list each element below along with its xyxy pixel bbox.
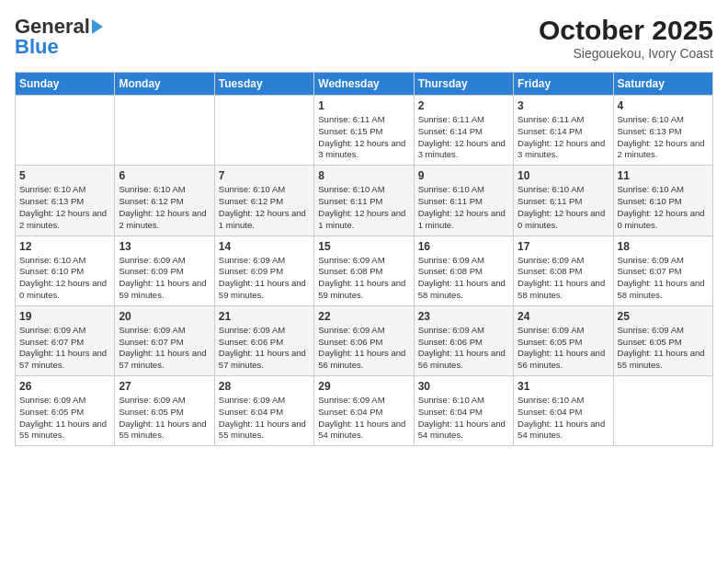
day-number: 9 [418,169,509,182]
calendar-cell: 8Sunrise: 6:10 AM Sunset: 6:11 PM Daylig… [314,166,414,236]
calendar-cell: 16Sunrise: 6:09 AM Sunset: 6:08 PM Dayli… [414,236,513,305]
day-info: Sunrise: 6:09 AM Sunset: 6:06 PM Dayligh… [418,325,509,372]
calendar-cell [613,376,712,446]
calendar-cell: 18Sunrise: 6:09 AM Sunset: 6:07 PM Dayli… [613,236,712,305]
day-number: 4 [618,99,709,112]
calendar-cell: 25Sunrise: 6:09 AM Sunset: 6:05 PM Dayli… [613,305,712,375]
day-number: 30 [418,380,509,393]
calendar-cell: 21Sunrise: 6:09 AM Sunset: 6:06 PM Dayli… [214,305,313,375]
day-info: Sunrise: 6:10 AM Sunset: 6:11 PM Dayligh… [418,184,509,231]
day-number: 26 [19,380,110,393]
calendar-cell: 3Sunrise: 6:11 AM Sunset: 6:14 PM Daylig… [514,96,613,166]
day-info: Sunrise: 6:10 AM Sunset: 6:13 PM Dayligh… [19,184,110,231]
calendar-cell: 2Sunrise: 6:11 AM Sunset: 6:14 PM Daylig… [414,96,513,166]
calendar-cell: 5Sunrise: 6:10 AM Sunset: 6:13 PM Daylig… [16,166,115,236]
day-number: 13 [119,240,210,253]
day-info: Sunrise: 6:09 AM Sunset: 6:07 PM Dayligh… [119,325,210,372]
day-info: Sunrise: 6:09 AM Sunset: 6:05 PM Dayligh… [19,395,110,442]
day-number: 27 [119,380,210,393]
calendar-cell: 14Sunrise: 6:09 AM Sunset: 6:09 PM Dayli… [214,236,313,305]
calendar-week-row: 1Sunrise: 6:11 AM Sunset: 6:15 PM Daylig… [16,96,713,166]
day-number: 2 [418,99,509,112]
day-number: 12 [19,240,110,253]
day-info: Sunrise: 6:10 AM Sunset: 6:13 PM Dayligh… [618,114,709,161]
calendar-title: October 2025 [539,15,713,46]
day-number: 11 [618,169,709,182]
day-info: Sunrise: 6:09 AM Sunset: 6:06 PM Dayligh… [318,325,409,372]
day-info: Sunrise: 6:10 AM Sunset: 6:10 PM Dayligh… [618,184,709,231]
day-number: 29 [318,380,409,393]
calendar-cell: 13Sunrise: 6:09 AM Sunset: 6:09 PM Dayli… [115,236,214,305]
day-info: Sunrise: 6:11 AM Sunset: 6:14 PM Dayligh… [518,114,609,161]
day-info: Sunrise: 6:09 AM Sunset: 6:06 PM Dayligh… [219,325,310,372]
calendar-cell: 28Sunrise: 6:09 AM Sunset: 6:04 PM Dayli… [214,376,313,446]
logo: General Blue [15,15,103,59]
calendar-cell: 26Sunrise: 6:09 AM Sunset: 6:05 PM Dayli… [16,376,115,446]
calendar-title-block: October 2025 Siegouekou, Ivory Coast [539,15,713,61]
weekday-header-thursday: Thursday [414,73,513,96]
day-info: Sunrise: 6:11 AM Sunset: 6:15 PM Dayligh… [318,114,409,161]
calendar-cell: 9Sunrise: 6:10 AM Sunset: 6:11 PM Daylig… [414,166,513,236]
day-info: Sunrise: 6:09 AM Sunset: 6:07 PM Dayligh… [19,325,110,372]
day-number: 17 [518,240,609,253]
day-info: Sunrise: 6:09 AM Sunset: 6:08 PM Dayligh… [418,255,509,302]
day-info: Sunrise: 6:09 AM Sunset: 6:08 PM Dayligh… [518,255,609,302]
weekday-header-sunday: Sunday [16,73,115,96]
calendar-cell [115,96,214,166]
day-number: 15 [318,240,409,253]
day-number: 19 [19,310,110,323]
day-number: 10 [518,169,609,182]
logo-blue: Blue [15,35,59,59]
day-info: Sunrise: 6:10 AM Sunset: 6:10 PM Dayligh… [19,255,110,302]
calendar-cell: 1Sunrise: 6:11 AM Sunset: 6:15 PM Daylig… [314,96,414,166]
day-number: 20 [119,310,210,323]
calendar-cell: 12Sunrise: 6:10 AM Sunset: 6:10 PM Dayli… [16,236,115,305]
day-info: Sunrise: 6:10 AM Sunset: 6:12 PM Dayligh… [219,184,310,231]
day-info: Sunrise: 6:09 AM Sunset: 6:05 PM Dayligh… [518,325,609,372]
day-number: 6 [119,169,210,182]
calendar-cell: 31Sunrise: 6:10 AM Sunset: 6:04 PM Dayli… [514,376,613,446]
day-number: 28 [219,380,310,393]
day-info: Sunrise: 6:09 AM Sunset: 6:09 PM Dayligh… [119,255,210,302]
calendar-cell: 19Sunrise: 6:09 AM Sunset: 6:07 PM Dayli… [16,305,115,375]
day-info: Sunrise: 6:09 AM Sunset: 6:04 PM Dayligh… [219,395,310,442]
day-info: Sunrise: 6:10 AM Sunset: 6:11 PM Dayligh… [518,184,609,231]
day-number: 1 [318,99,409,112]
day-number: 8 [318,169,409,182]
day-number: 18 [618,240,709,253]
day-info: Sunrise: 6:11 AM Sunset: 6:14 PM Dayligh… [418,114,509,161]
weekday-header-row: SundayMondayTuesdayWednesdayThursdayFrid… [16,73,713,96]
day-info: Sunrise: 6:09 AM Sunset: 6:05 PM Dayligh… [618,325,709,372]
calendar-cell: 17Sunrise: 6:09 AM Sunset: 6:08 PM Dayli… [514,236,613,305]
calendar-cell: 11Sunrise: 6:10 AM Sunset: 6:10 PM Dayli… [613,166,712,236]
calendar-cell [16,96,115,166]
calendar-table: SundayMondayTuesdayWednesdayThursdayFrid… [15,72,713,446]
weekday-header-friday: Friday [514,73,613,96]
calendar-cell: 10Sunrise: 6:10 AM Sunset: 6:11 PM Dayli… [514,166,613,236]
day-number: 21 [219,310,310,323]
calendar-cell: 24Sunrise: 6:09 AM Sunset: 6:05 PM Dayli… [514,305,613,375]
day-number: 25 [618,310,709,323]
day-info: Sunrise: 6:09 AM Sunset: 6:09 PM Dayligh… [219,255,310,302]
day-info: Sunrise: 6:10 AM Sunset: 6:12 PM Dayligh… [119,184,210,231]
day-number: 5 [19,169,110,182]
day-number: 23 [418,310,509,323]
day-number: 14 [219,240,310,253]
day-number: 3 [518,99,609,112]
calendar-cell: 7Sunrise: 6:10 AM Sunset: 6:12 PM Daylig… [214,166,313,236]
day-info: Sunrise: 6:09 AM Sunset: 6:05 PM Dayligh… [119,395,210,442]
page-header: General Blue October 2025 Siegouekou, Iv… [15,15,713,61]
day-number: 22 [318,310,409,323]
weekday-header-tuesday: Tuesday [214,73,313,96]
calendar-week-row: 5Sunrise: 6:10 AM Sunset: 6:13 PM Daylig… [16,166,713,236]
day-info: Sunrise: 6:10 AM Sunset: 6:11 PM Dayligh… [318,184,409,231]
weekday-header-wednesday: Wednesday [314,73,414,96]
calendar-cell: 20Sunrise: 6:09 AM Sunset: 6:07 PM Dayli… [115,305,214,375]
day-info: Sunrise: 6:09 AM Sunset: 6:08 PM Dayligh… [318,255,409,302]
day-info: Sunrise: 6:10 AM Sunset: 6:04 PM Dayligh… [518,395,609,442]
calendar-cell: 15Sunrise: 6:09 AM Sunset: 6:08 PM Dayli… [314,236,414,305]
calendar-cell: 30Sunrise: 6:10 AM Sunset: 6:04 PM Dayli… [414,376,513,446]
weekday-header-monday: Monday [115,73,214,96]
day-number: 24 [518,310,609,323]
calendar-cell: 29Sunrise: 6:09 AM Sunset: 6:04 PM Dayli… [314,376,414,446]
